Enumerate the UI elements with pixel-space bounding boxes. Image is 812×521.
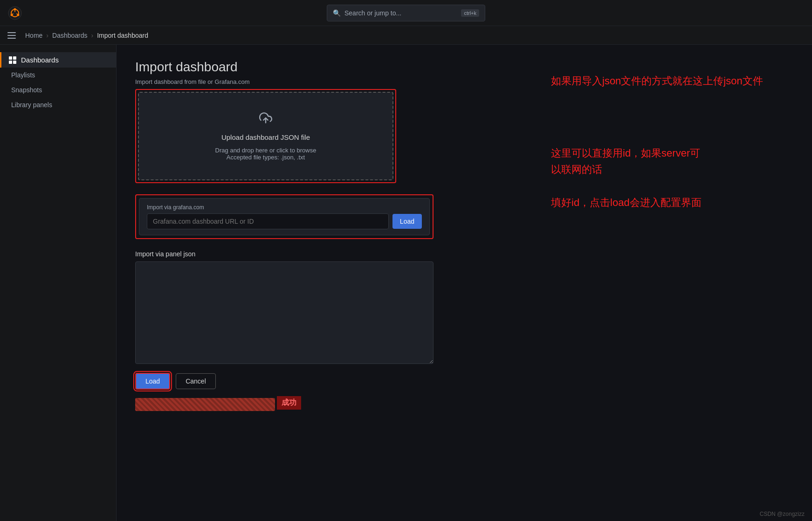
cancel-button[interactable]: Cancel [176, 373, 216, 389]
breadcrumb-sep-1: › [46, 32, 48, 39]
bottom-buttons: Load Cancel [135, 373, 793, 390]
topbar: 🔍 Search or jump to... ctrl+k [0, 0, 812, 26]
import-url-wrapper: Import via grafana.com Load [135, 194, 434, 239]
search-icon: 🔍 [333, 9, 341, 17]
footer-text: CSDN @zongzizz [760, 511, 805, 517]
load-url-button[interactable]: Load [392, 214, 422, 229]
sidebar-item-library-panels[interactable]: Library panels [0, 97, 116, 112]
panel-json-textarea[interactable] [135, 261, 434, 364]
content-area: Import dashboard Import dashboard from f… [117, 45, 812, 521]
annotation-text-2: 这里可以直接用id，如果server可 以联网的话 填好id，点击load会进入… [551, 145, 793, 211]
main-layout: Dashboards Playlists Snapshots Library p… [0, 45, 812, 521]
sidebar-active-label: Dashboards [21, 56, 59, 64]
search-shortcut: ctrl+k [461, 9, 479, 17]
upload-icon [259, 111, 272, 128]
breadcrumb-dashboards[interactable]: Dashboards [52, 32, 88, 39]
import-url-inner: Import via grafana.com Load [139, 198, 430, 235]
svg-point-2 [14, 8, 16, 10]
upload-zone-wrapper: Upload dashboard JSON file Drag and drop… [135, 89, 396, 183]
redacted-bar [135, 398, 275, 411]
page-title: Import dashboard [135, 60, 793, 75]
hamburger-menu[interactable] [7, 32, 16, 39]
sidebar-item-playlists[interactable]: Playlists [0, 68, 116, 82]
redacted-end-text: 成功 [277, 396, 301, 410]
upload-title: Upload dashboard JSON file [221, 133, 310, 141]
load-button-bottom[interactable]: Load [135, 373, 170, 390]
breadcrumb-sep-2: › [91, 32, 94, 39]
panel-json-section: Import via panel json [135, 250, 793, 365]
breadcrumb-current: Import dashboard [97, 32, 148, 39]
grafana-logo [7, 6, 22, 21]
breadcrumb-bar: Home › Dashboards › Import dashboard [0, 26, 812, 45]
upload-section-label: Import dashboard from file or Grafana.co… [135, 78, 793, 85]
search-bar[interactable]: 🔍 Search or jump to... ctrl+k [327, 5, 485, 21]
grafana-url-input[interactable] [147, 213, 389, 229]
search-placeholder: Search or jump to... [344, 9, 457, 17]
footer: CSDN @zongzizz [752, 507, 812, 521]
import-url-label: Import via grafana.com [147, 204, 422, 211]
sidebar-item-snapshots[interactable]: Snapshots [0, 82, 116, 97]
redacted-section: 成功 [135, 394, 793, 411]
upload-zone[interactable]: Upload dashboard JSON file Drag and drop… [138, 92, 393, 180]
panel-json-label: Import via panel json [135, 250, 793, 258]
import-url-row: Load [147, 213, 422, 229]
upload-subtitle: Drag and drop here or click to browse Ac… [215, 147, 317, 161]
sidebar-item-dashboards[interactable]: Dashboards [0, 52, 116, 68]
sidebar: Dashboards Playlists Snapshots Library p… [0, 45, 117, 521]
breadcrumb-home[interactable]: Home [25, 32, 42, 39]
dashboards-icon [9, 56, 16, 64]
